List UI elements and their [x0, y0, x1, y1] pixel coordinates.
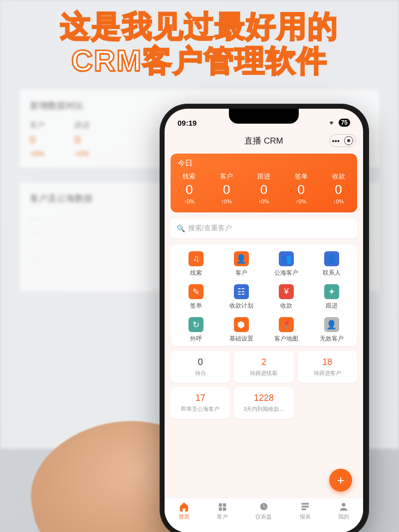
- phone-screen: 09:19 ᯤ 75 直播 CRM ••• 今日 线索 0 ↑0% 客户 0 ↑…: [165, 109, 363, 532]
- summary-cards-row1: 0 待办 2 待跟进线索 18 待跟进客户: [171, 351, 357, 383]
- 线索-icon: ♫: [189, 251, 203, 266]
- tab-icon-2: [258, 501, 269, 512]
- wifi-icon: ᯤ: [329, 119, 336, 127]
- svg-point-1: [342, 503, 346, 507]
- tab-客户[interactable]: 客户: [217, 501, 228, 532]
- stat-0[interactable]: 线索 0 ↑0%: [183, 172, 196, 204]
- more-icon: •••: [332, 137, 340, 145]
- summary-card-2[interactable]: 18 待跟进客户: [298, 351, 357, 383]
- grid-item-2[interactable]: 👥 公海客户: [264, 251, 309, 277]
- summary-card-0[interactable]: 0 待办: [171, 351, 230, 383]
- summary-card-4[interactable]: 1228 3天内到期收款...: [234, 387, 293, 419]
- today-stats-panel: 今日 线索 0 ↑0% 客户 0 ↑0% 跟进 0 ↑0% 签单 0 ↑0% 收…: [171, 154, 357, 212]
- tab-icon-4: [338, 501, 349, 512]
- 无效客户-icon: 👤: [324, 317, 339, 332]
- grid-item-5[interactable]: ☷ 收款计划: [219, 284, 264, 310]
- tab-icon-3: [300, 501, 311, 512]
- search-input[interactable]: 🔍 搜索/查重客户: [171, 218, 357, 238]
- grid-item-7[interactable]: ✦ 跟进: [309, 284, 355, 310]
- tab-icon-0: [179, 501, 190, 512]
- stat-4[interactable]: 收款 0 ↓0%: [332, 172, 345, 204]
- miniprogram-menu[interactable]: •••: [329, 134, 356, 147]
- grid-item-1[interactable]: 👤 客户: [219, 251, 264, 277]
- summary-card-1[interactable]: 2 待跟进线索: [234, 351, 293, 383]
- title-bar: 直播 CRM •••: [165, 132, 363, 150]
- grid-item-11[interactable]: 👤 无效客户: [309, 317, 355, 343]
- tab-报表[interactable]: 报表: [300, 501, 311, 532]
- tab-首页[interactable]: 首页: [179, 501, 190, 532]
- summary-card-3[interactable]: 17 即将丢公海客户: [171, 387, 230, 419]
- feature-grid: ♫ 线索 👤 客户 👥 公海客户 👤 联系人 ✎ 签单 ☷ 收款计划 ¥ 收款 …: [171, 244, 357, 346]
- stat-3[interactable]: 签单 0 ↑0%: [295, 172, 308, 204]
- 客户-icon: 👤: [234, 251, 249, 266]
- grid-item-0[interactable]: ♫ 线索: [174, 251, 219, 277]
- grid-item-3[interactable]: 👤 联系人: [309, 251, 355, 277]
- search-icon: 🔍: [177, 224, 185, 232]
- tab-icon-1: [217, 501, 228, 512]
- grid-item-6[interactable]: ¥ 收款: [264, 284, 309, 310]
- 客户地图-icon: 📍: [279, 317, 294, 332]
- tab-我的[interactable]: 我的: [338, 501, 349, 532]
- grid-item-4[interactable]: ✎ 签单: [174, 284, 219, 310]
- stat-2[interactable]: 跟进 0 ↑0%: [257, 172, 270, 204]
- promo-headline: 这是我见过最好用的 CRM客户管理软件: [0, 9, 399, 78]
- 联系人-icon: 👤: [324, 251, 339, 266]
- grid-item-8[interactable]: ↻ 外呼: [174, 317, 219, 343]
- 公海客户-icon: 👥: [279, 251, 294, 266]
- 签单-icon: ✎: [189, 284, 203, 299]
- tab-仪表盘[interactable]: 仪表盘: [255, 501, 272, 532]
- stat-1[interactable]: 客户 0 ↑0%: [220, 172, 233, 204]
- close-target-icon: [344, 136, 353, 145]
- status-time: 09:19: [178, 119, 197, 127]
- phone-notch: [229, 109, 299, 124]
- app-title: 直播 CRM: [244, 135, 283, 147]
- 收款计划-icon: ☷: [234, 284, 249, 299]
- 基础设置-icon: ⬢: [234, 317, 249, 332]
- battery-indicator: 75: [339, 119, 350, 127]
- phone-frame: 09:19 ᯤ 75 直播 CRM ••• 今日 线索 0 ↑0% 客户 0 ↑…: [160, 104, 369, 532]
- add-fab[interactable]: +: [329, 469, 352, 492]
- 收款-icon: ¥: [279, 284, 294, 299]
- period-selector[interactable]: 今日: [171, 154, 357, 171]
- grid-item-10[interactable]: 📍 客户地图: [264, 317, 309, 343]
- plus-icon: +: [337, 473, 344, 488]
- 跟进-icon: ✦: [324, 284, 339, 299]
- tab-bar: 首页 客户 仪表盘 报表 我的: [165, 498, 363, 532]
- grid-item-9[interactable]: ⬢ 基础设置: [219, 317, 264, 343]
- summary-cards-row2: 17 即将丢公海客户 1228 3天内到期收款...: [171, 387, 357, 419]
- 外呼-icon: ↻: [189, 317, 203, 332]
- search-placeholder: 搜索/查重客户: [188, 224, 232, 233]
